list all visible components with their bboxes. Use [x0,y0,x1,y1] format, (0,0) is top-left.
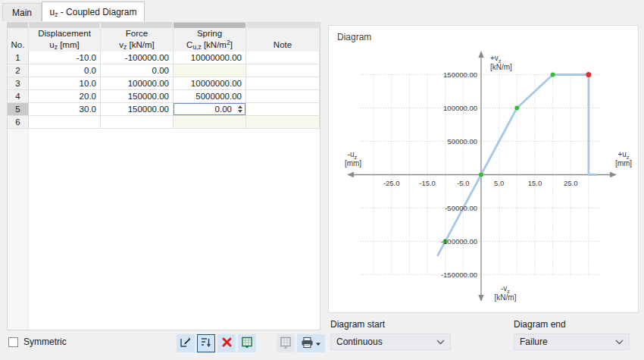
svg-text:-150000.00: -150000.00 [441,271,477,279]
spinner-down-icon[interactable] [238,110,242,113]
diagram-start-select[interactable]: Continuous [330,333,451,350]
diagram-end-select[interactable]: Failure [514,333,630,350]
sort-button[interactable] [197,334,215,352]
svg-text:-15.0: -15.0 [419,179,436,187]
svg-text:-5.0: -5.0 [457,179,469,187]
diagram-end-value: Failure [520,337,548,347]
cell-spring[interactable]: 10000000.00 [174,77,246,90]
delete-button[interactable] [217,334,236,352]
print-button[interactable] [297,334,325,352]
table-row: 310.0100000.0010000000.00 [8,77,320,90]
spring-curve [437,75,596,256]
cell-displacement[interactable]: -10.0 [29,52,101,64]
strip-spring [174,23,246,28]
row-number[interactable]: 3 [8,77,29,90]
chevron-down-icon [615,337,624,347]
import-excel-button[interactable] [277,334,295,352]
cell-force[interactable]: 150000.00 [101,90,174,103]
table-header: No.Displacementuz [mm]Forcevz [kN/m]Spri… [8,28,320,52]
cell-displacement[interactable]: 10.0 [29,77,101,90]
printer-icon [301,337,314,351]
spinner-control[interactable] [238,105,242,113]
svg-text:50000.00: 50000.00 [447,137,477,146]
cell-note[interactable] [246,52,320,64]
cell-force[interactable]: 100000.00 [101,77,174,90]
spring-diagram-table: No.Displacementuz [mm]Forcevz [kN/m]Spri… [8,23,320,330]
strip-note [246,23,320,28]
cell-note[interactable] [246,64,320,77]
pencil-table-icon [180,337,192,351]
cell-spring[interactable] [174,64,246,77]
strip-displacement [29,23,101,28]
svg-text:[mm]: [mm] [615,159,632,167]
red-x-icon [221,337,233,350]
export-excel-button[interactable] [238,334,256,352]
excel-table-icon [241,337,253,351]
cell-note[interactable] [246,77,320,90]
chevron-down-icon [436,337,445,347]
diagram-start-label: Diagram start [330,319,385,330]
cell-note[interactable] [246,116,320,129]
column-header-displacement[interactable]: Displacementuz [mm] [29,28,101,53]
svg-text:-25.0: -25.0 [383,179,400,187]
tab-main-label: Main [12,8,32,18]
sort-descending-icon [200,337,212,351]
cell-displacement[interactable] [29,116,101,129]
cell-displacement[interactable]: 30.0 [29,103,101,116]
svg-text:[kN/m]: [kN/m] [495,293,517,302]
table-row: 1-10.0-100000.0010000000.00 [8,52,320,64]
column-header-no[interactable]: No. [8,28,29,53]
column-header-note[interactable]: Note [246,28,320,53]
diagram-plot: -25.0-15.0-5.05.015.025.0150000.00100000… [329,26,639,314]
svg-text:25.0: 25.0 [564,179,578,187]
svg-text:[kN/m]: [kN/m] [490,63,512,71]
row-gutter-filler [8,129,29,330]
diagram-end-label: Diagram end [514,319,566,330]
svg-text:150000.00: 150000.00 [443,70,477,79]
column-header-spring[interactable]: SpringCu,z [kN/m2] [174,28,246,53]
svg-text:15.0: 15.0 [528,179,542,187]
tab-coupled-diagram[interactable]: uz - Coupled Diagram [42,2,145,21]
cell-displacement[interactable]: 20.0 [29,90,101,103]
row-number[interactable]: 1 [8,52,29,64]
excel-table-icon [280,337,292,351]
row-number[interactable]: 6 [8,116,29,129]
tab-main[interactable]: Main [2,3,42,21]
cell-spring[interactable]: 10000000.00 [174,52,246,64]
chevron-down-icon [315,338,321,349]
cell-note[interactable] [246,90,320,103]
svg-text:[mm]: [mm] [345,159,361,167]
cell-force[interactable] [101,116,174,129]
table-row: 530.0150000.000.00 [8,103,320,116]
svg-text:100000.00: 100000.00 [443,104,477,112]
active-cell-editor[interactable]: 0.00 [174,103,245,115]
strip-force [101,23,174,28]
strip-no [8,23,29,28]
cell-force[interactable]: 150000.00 [101,103,174,116]
cell-spring[interactable]: 0.00 [174,103,246,116]
spinner-up-icon[interactable] [238,105,242,108]
edit-diagram-button[interactable] [177,334,195,352]
diagram-start-value: Continuous [336,337,383,347]
row-number[interactable]: 5 [8,103,29,116]
symmetric-control: Symmetric [8,337,67,347]
cell-spring[interactable] [174,116,246,129]
row-number[interactable]: 4 [8,90,29,103]
tab-strip: Main uz - Coupled Diagram [0,0,322,21]
symmetric-checkbox[interactable] [8,337,18,347]
cell-displacement[interactable]: 0.0 [29,64,101,77]
table-row: 420.0150000.005000000.00 [8,90,320,103]
svg-text:-50000.00: -50000.00 [445,204,477,212]
cell-note[interactable] [246,103,320,116]
cell-force[interactable]: 0.00 [101,64,174,77]
column-header-force[interactable]: Forcevz [kN/m] [101,28,174,53]
svg-text:-100000.00: -100000.00 [441,237,477,246]
table-row: 6 [8,116,320,129]
table-toolbar [177,334,325,352]
row-number[interactable]: 2 [8,64,29,77]
table-row: 20.00.00 [8,64,320,77]
tab-coupled-diagram-label: uz - Coupled Diagram [50,7,137,17]
cell-force[interactable]: -100000.00 [101,52,174,64]
cell-spring[interactable]: 5000000.00 [174,90,246,103]
column-selector-strip [8,23,320,28]
